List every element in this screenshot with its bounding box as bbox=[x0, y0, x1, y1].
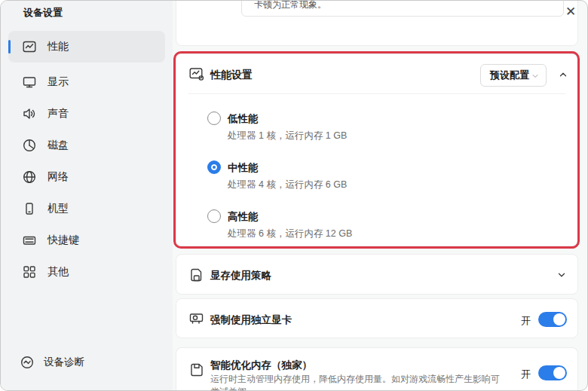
sidebar-item-label: 快捷键 bbox=[47, 234, 79, 247]
performance-settings-card: 性能设置 预设配置 低性能 处理器 1 核，运行内存 1 GB 中性能 处理器 … bbox=[176, 53, 578, 246]
section-description-line2: 尝试关闭。 bbox=[210, 386, 256, 391]
preset-config-dropdown[interactable]: 预设配置 bbox=[480, 64, 547, 87]
save-icon bbox=[188, 362, 205, 378]
sidebar-item-performance[interactable]: 性能 bbox=[8, 31, 165, 63]
radio-medium[interactable] bbox=[207, 160, 221, 174]
radio-description: 处理器 4 核，运行内存 6 GB bbox=[228, 179, 347, 191]
sidebar-item-label: 性能 bbox=[47, 40, 69, 53]
sidebar-item-disk[interactable]: 磁盘 bbox=[8, 130, 165, 161]
performance-settings-icon bbox=[188, 66, 205, 82]
chevron-down-icon[interactable] bbox=[556, 270, 567, 280]
sidebar-item-label: 磁盘 bbox=[47, 139, 69, 152]
radio-option-medium[interactable]: 中性能 处理器 4 核，运行内存 6 GB bbox=[176, 160, 577, 198]
performance-icon bbox=[22, 39, 37, 54]
radio-label: 高性能 bbox=[228, 210, 259, 224]
note-text: 卡顿为正常现象。 bbox=[254, 0, 326, 11]
sidebar-item-label: 网络 bbox=[47, 170, 69, 184]
gpu-toggle[interactable] bbox=[538, 312, 567, 327]
section-title: 强制使用独立显卡 bbox=[210, 313, 292, 327]
toggle-knob bbox=[553, 313, 565, 325]
sidebar-item-model[interactable]: 机型 bbox=[8, 193, 165, 225]
sidebar-item-label: 机型 bbox=[47, 202, 69, 215]
divider bbox=[188, 93, 565, 94]
sidebar-item-network[interactable]: 网络 bbox=[8, 161, 165, 193]
sidebar-item-label: 声音 bbox=[47, 107, 69, 121]
note-box: 卡顿为正常现象。 bbox=[241, 0, 564, 17]
dropdown-value: 预设配置 bbox=[490, 69, 529, 82]
device-settings-window: 设备设置 ✕ 性能 显示 声音 bbox=[0, 0, 588, 391]
sidebar-item-diagnostics[interactable]: 设备诊断 bbox=[20, 355, 84, 370]
memory-toggle[interactable] bbox=[538, 365, 567, 380]
active-indicator bbox=[8, 40, 11, 53]
radio-label: 低性能 bbox=[228, 112, 259, 126]
sidebar-item-other[interactable]: 其他 bbox=[8, 256, 165, 288]
window-title: 设备设置 bbox=[23, 6, 63, 20]
radio-high[interactable] bbox=[207, 209, 221, 223]
radio-option-high[interactable]: 高性能 处理器 6 核，运行内存 12 GB bbox=[176, 209, 577, 247]
section-title: 性能设置 bbox=[210, 69, 253, 82]
sidebar-item-audio[interactable]: 声音 bbox=[8, 98, 165, 130]
sidebar-item-label: 设备诊断 bbox=[44, 356, 84, 369]
keyboard-icon bbox=[22, 233, 37, 248]
phone-icon bbox=[22, 201, 37, 216]
disk-pie-icon bbox=[22, 138, 37, 153]
speaker-icon bbox=[22, 106, 37, 121]
gpu-icon bbox=[188, 310, 205, 327]
radio-label: 中性能 bbox=[228, 161, 259, 175]
sidebar-item-hotkeys[interactable]: 快捷键 bbox=[8, 225, 165, 256]
sidebar: 性能 显示 声音 磁盘 bbox=[1, 1, 173, 390]
section-description-line1: 运行时主动管理内存使用，降低内存使用量。如对游戏流畅性产生影响可 bbox=[210, 373, 500, 386]
chevron-down-icon bbox=[531, 72, 540, 81]
toggle-state-label: 开 bbox=[521, 314, 531, 328]
radio-option-low[interactable]: 低性能 处理器 1 核，运行内存 1 GB bbox=[176, 111, 577, 149]
smart-memory-card: 智能优化内存（独家） 运行时主动管理内存使用，降低内存使用量。如对游戏流畅性产生… bbox=[176, 347, 578, 391]
toggle-state-label: 开 bbox=[521, 368, 531, 381]
force-gpu-card: 强制使用独立显卡 开 bbox=[176, 298, 578, 338]
close-icon[interactable]: ✕ bbox=[560, 2, 581, 20]
sidebar-item-display[interactable]: 显示 bbox=[8, 66, 165, 98]
sidebar-item-label: 显示 bbox=[47, 75, 69, 89]
collapse-chevron-up-icon[interactable] bbox=[558, 69, 568, 80]
memory-card-icon bbox=[188, 267, 205, 283]
section-title: 显存使用策略 bbox=[210, 269, 271, 283]
globe-icon bbox=[22, 170, 37, 185]
sidebar-item-label: 其他 bbox=[47, 265, 69, 279]
diagnostics-icon bbox=[20, 355, 35, 370]
vram-strategy-card[interactable]: 显存使用策略 bbox=[176, 254, 578, 295]
radio-low[interactable] bbox=[207, 111, 221, 125]
section-title: 智能优化内存（独家） bbox=[210, 359, 312, 372]
sidebar-nav: 性能 显示 声音 磁盘 bbox=[8, 31, 165, 288]
display-icon bbox=[22, 75, 37, 90]
toggle-knob bbox=[553, 367, 565, 379]
grid-icon bbox=[22, 264, 37, 280]
scrolled-card: 卡顿为正常现象。 bbox=[176, 0, 578, 46]
radio-description: 处理器 6 核，运行内存 12 GB bbox=[228, 228, 352, 240]
radio-description: 处理器 1 核，运行内存 1 GB bbox=[228, 130, 347, 142]
